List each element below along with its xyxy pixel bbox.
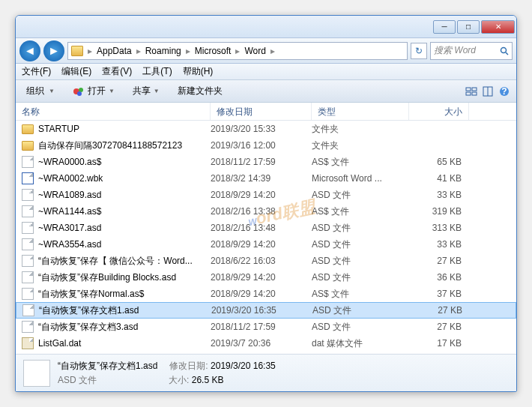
menu-view[interactable]: 查看(V) [102, 65, 132, 78]
file-date: 2018/9/29 14:20 [211, 190, 312, 200]
toolbar: 组织 ▼ 打开 ▼ 共享 ▼ 新建文件夹 ? [16, 80, 516, 103]
file-name: “自动恢复”保存文档3.asd [38, 321, 138, 334]
file-name: “自动恢复”保存Normal.as$ [38, 288, 144, 301]
forward-button[interactable]: ► [43, 40, 64, 61]
menu-tools[interactable]: 工具(T) [142, 65, 172, 78]
file-icon [22, 271, 34, 283]
file-date: 2018/2/16 13:38 [211, 206, 312, 217]
organize-label: 组织 [26, 85, 44, 97]
file-size: 27 KB [409, 256, 469, 266]
file-row[interactable]: “自动恢复”保存文档3.asd2018/11/2 17:59ASD 文件27 K… [16, 319, 516, 335]
file-type: ASD 文件 [312, 222, 409, 235]
navbar: ◄ ► ▸ AppData ▸ Roaming ▸ Microsoft ▸ Wo… [16, 38, 516, 64]
file-type: ASD 文件 [312, 271, 409, 284]
menu-file[interactable]: 文件(F) [22, 65, 51, 78]
file-row[interactable]: ~WRA0002.wbk2018/3/2 14:39Microsoft Word… [16, 170, 516, 187]
new-folder-label: 新建文件夹 [178, 85, 223, 97]
file-row[interactable]: “自动恢复”保存文档1.asd2019/3/20 16:35ASD 文件27 K… [16, 302, 516, 319]
file-row[interactable]: ~WRA0000.as$2018/11/2 17:59AS$ 文件65 KB [16, 154, 516, 170]
svg-text:?: ? [501, 86, 507, 97]
header-name[interactable]: 名称 [16, 103, 211, 120]
file-date: 2019/3/20 15:33 [211, 124, 312, 134]
svg-rect-6 [472, 88, 477, 91]
organize-button[interactable]: 组织 ▼ [22, 82, 59, 100]
file-row[interactable]: ~WRA3554.asd2018/9/29 14:20ASD 文件33 KB [16, 236, 516, 253]
titlebar: ─ □ ✕ [16, 16, 516, 38]
file-type: dat 媒体文件 [312, 337, 409, 350]
header-size[interactable]: 大小 [409, 103, 469, 120]
open-icon [73, 85, 85, 97]
column-headers: 名称 修改日期 类型 大小 [16, 103, 516, 121]
file-name: ~WRA3017.asd [38, 223, 101, 233]
file-name: “自动恢复”保存【 微信公众号：Word... [38, 255, 193, 268]
file-row[interactable]: 自动保存间隔3072708411885721232019/3/16 12:00文… [16, 137, 516, 154]
file-date: 2018/11/2 17:59 [211, 322, 312, 332]
header-date[interactable]: 修改日期 [211, 103, 312, 120]
file-date: 2019/3/20 16:35 [211, 305, 312, 316]
file-date: 2019/3/16 12:00 [211, 140, 312, 151]
file-icon [22, 222, 34, 234]
explorer-window: ─ □ ✕ ◄ ► ▸ AppData ▸ Roaming ▸ Microsof… [15, 15, 517, 392]
file-icon [22, 156, 34, 168]
details-date: 2019/3/20 16:35 [211, 361, 276, 371]
minimize-button[interactable]: ─ [433, 20, 456, 34]
chevron-down-icon: ▼ [109, 88, 115, 94]
file-size: 36 KB [409, 272, 469, 283]
close-button[interactable]: ✕ [481, 20, 515, 34]
file-size: 27 KB [410, 305, 470, 316]
file-icon [22, 205, 34, 217]
file-row[interactable]: STARTUP2019/3/20 15:33文件夹 [16, 121, 516, 137]
file-size: 33 KB [409, 239, 469, 250]
share-button[interactable]: 共享 ▼ [128, 82, 164, 100]
back-button[interactable]: ◄ [19, 40, 40, 61]
search-input[interactable]: 搜索 Word [430, 42, 513, 60]
new-folder-button[interactable]: 新建文件夹 [173, 82, 227, 100]
file-size: 319 KB [409, 206, 469, 217]
details-pane: “自动恢复”保存文档1.asd 修改日期: 2019/3/20 16:35 AS… [16, 354, 516, 391]
breadcrumb-item[interactable]: AppData [94, 44, 135, 58]
menu-edit[interactable]: 编辑(E) [61, 65, 91, 78]
details-size-label: 大小: [169, 375, 189, 385]
details-filename: “自动恢复”保存文档1.asd [58, 360, 157, 373]
breadcrumb[interactable]: ▸ AppData ▸ Roaming ▸ Microsoft ▸ Word ▸ [67, 42, 408, 60]
file-date: 2018/9/29 14:20 [211, 272, 312, 283]
preview-pane-button[interactable] [482, 85, 494, 97]
file-size: 27 KB [409, 322, 469, 332]
file-row[interactable]: “自动恢复”保存Building Blocks.asd2018/9/29 14:… [16, 269, 516, 286]
file-row[interactable]: “自动恢复”保存【 微信公众号：Word...2018/6/22 16:03AS… [16, 253, 516, 269]
view-options-button[interactable] [465, 85, 477, 97]
breadcrumb-item[interactable]: Word [241, 44, 268, 58]
file-row[interactable]: ~WRA1089.asd2018/9/29 14:20ASD 文件33 KB [16, 187, 516, 203]
file-row[interactable]: ~WRA1144.as$2018/2/16 13:38AS$ 文件319 KB [16, 203, 516, 220]
menu-help[interactable]: 帮助(H) [183, 65, 214, 78]
file-date: 2018/6/22 16:03 [211, 256, 312, 266]
help-button[interactable]: ? [498, 85, 510, 97]
file-list: 名称 修改日期 类型 大小 STARTUP2019/3/20 15:33文件夹自… [16, 103, 516, 354]
file-date: 2018/9/29 14:20 [211, 239, 312, 250]
refresh-button[interactable]: ↻ [411, 43, 427, 59]
file-icon [22, 238, 34, 250]
svg-rect-8 [472, 92, 477, 95]
file-date: 2018/3/2 14:39 [211, 173, 312, 184]
file-type: ASD 文件 [312, 255, 409, 268]
file-icon [22, 304, 34, 316]
open-button[interactable]: 打开 ▼ [68, 82, 119, 100]
header-type[interactable]: 类型 [312, 103, 409, 120]
file-name: 自动保存间隔307270841188572123 [38, 139, 182, 152]
maximize-button[interactable]: □ [457, 20, 480, 34]
breadcrumb-item[interactable]: Microsoft [192, 44, 235, 58]
details-date-label: 修改日期: [169, 361, 208, 371]
file-date: 2018/9/29 14:20 [211, 289, 312, 299]
file-type: AS$ 文件 [312, 205, 409, 218]
file-row[interactable]: “自动恢复”保存Normal.as$2018/9/29 14:20AS$ 文件3… [16, 286, 516, 302]
chevron-right-icon: ▸ [235, 46, 240, 56]
chevron-right-icon: ▸ [88, 46, 92, 56]
file-row[interactable]: ~WRA3017.asd2018/2/16 13:48ASD 文件313 KB [16, 220, 516, 236]
breadcrumb-item[interactable]: Roaming [142, 44, 184, 58]
file-name: ~WRA1089.asd [38, 190, 101, 200]
file-type: ASD 文件 [312, 238, 409, 251]
file-name: ~WRA0002.wbk [38, 173, 103, 184]
share-label: 共享 [133, 85, 151, 97]
file-row[interactable]: ListGal.dat2019/3/7 20:36dat 媒体文件17 KB [16, 335, 516, 352]
folder-icon [22, 124, 34, 134]
